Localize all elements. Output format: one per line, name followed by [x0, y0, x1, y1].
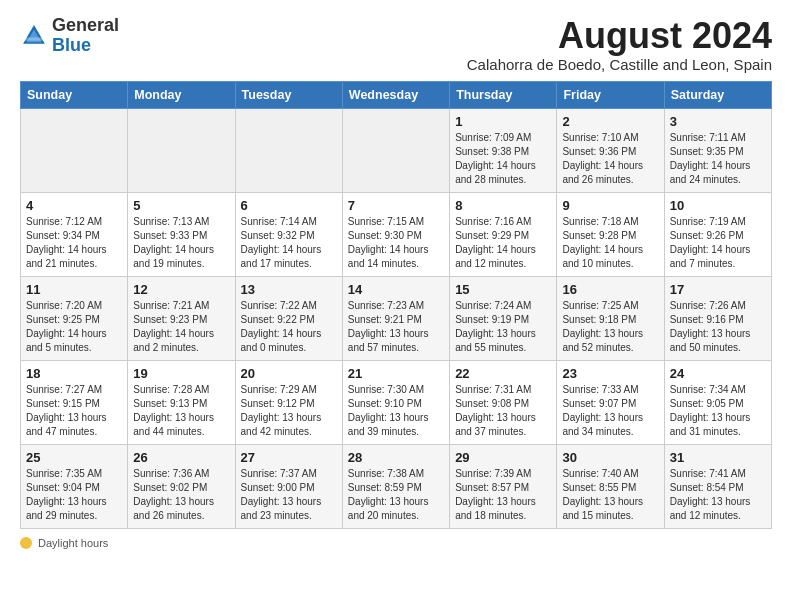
day-info: Sunrise: 7:33 AMSunset: 9:07 PMDaylight:… [562, 383, 658, 439]
day-number: 27 [241, 450, 337, 465]
day-cell: 13Sunrise: 7:22 AMSunset: 9:22 PMDayligh… [235, 276, 342, 360]
logo: General Blue [20, 16, 119, 56]
day-header-sunday: Sunday [21, 81, 128, 108]
day-info: Sunrise: 7:31 AMSunset: 9:08 PMDaylight:… [455, 383, 551, 439]
day-header-wednesday: Wednesday [342, 81, 449, 108]
day-cell: 24Sunrise: 7:34 AMSunset: 9:05 PMDayligh… [664, 360, 771, 444]
logo-text: General Blue [52, 16, 119, 56]
day-cell: 6Sunrise: 7:14 AMSunset: 9:32 PMDaylight… [235, 192, 342, 276]
day-number: 13 [241, 282, 337, 297]
day-cell: 29Sunrise: 7:39 AMSunset: 8:57 PMDayligh… [450, 444, 557, 528]
day-info: Sunrise: 7:40 AMSunset: 8:55 PMDaylight:… [562, 467, 658, 523]
day-number: 4 [26, 198, 122, 213]
day-info: Sunrise: 7:24 AMSunset: 9:19 PMDaylight:… [455, 299, 551, 355]
day-info: Sunrise: 7:29 AMSunset: 9:12 PMDaylight:… [241, 383, 337, 439]
day-number: 12 [133, 282, 229, 297]
week-row-5: 25Sunrise: 7:35 AMSunset: 9:04 PMDayligh… [21, 444, 772, 528]
day-cell: 17Sunrise: 7:26 AMSunset: 9:16 PMDayligh… [664, 276, 771, 360]
day-info: Sunrise: 7:38 AMSunset: 8:59 PMDaylight:… [348, 467, 444, 523]
day-cell: 14Sunrise: 7:23 AMSunset: 9:21 PMDayligh… [342, 276, 449, 360]
day-cell: 31Sunrise: 7:41 AMSunset: 8:54 PMDayligh… [664, 444, 771, 528]
day-header-tuesday: Tuesday [235, 81, 342, 108]
day-cell: 2Sunrise: 7:10 AMSunset: 9:36 PMDaylight… [557, 108, 664, 192]
day-number: 2 [562, 114, 658, 129]
day-cell: 26Sunrise: 7:36 AMSunset: 9:02 PMDayligh… [128, 444, 235, 528]
day-number: 22 [455, 366, 551, 381]
day-number: 15 [455, 282, 551, 297]
day-number: 16 [562, 282, 658, 297]
day-cell: 1Sunrise: 7:09 AMSunset: 9:38 PMDaylight… [450, 108, 557, 192]
week-row-3: 11Sunrise: 7:20 AMSunset: 9:25 PMDayligh… [21, 276, 772, 360]
header: General Blue August 2024 Calahorra de Bo… [20, 16, 772, 73]
logo-icon [20, 22, 48, 50]
day-cell: 10Sunrise: 7:19 AMSunset: 9:26 PMDayligh… [664, 192, 771, 276]
svg-rect-2 [25, 37, 44, 40]
day-cell: 15Sunrise: 7:24 AMSunset: 9:19 PMDayligh… [450, 276, 557, 360]
day-info: Sunrise: 7:16 AMSunset: 9:29 PMDaylight:… [455, 215, 551, 271]
day-info: Sunrise: 7:26 AMSunset: 9:16 PMDaylight:… [670, 299, 766, 355]
day-cell: 21Sunrise: 7:30 AMSunset: 9:10 PMDayligh… [342, 360, 449, 444]
day-cell: 28Sunrise: 7:38 AMSunset: 8:59 PMDayligh… [342, 444, 449, 528]
day-number: 6 [241, 198, 337, 213]
day-cell: 19Sunrise: 7:28 AMSunset: 9:13 PMDayligh… [128, 360, 235, 444]
day-info: Sunrise: 7:23 AMSunset: 9:21 PMDaylight:… [348, 299, 444, 355]
day-header-saturday: Saturday [664, 81, 771, 108]
page: General Blue August 2024 Calahorra de Bo… [0, 0, 792, 559]
week-row-1: 1Sunrise: 7:09 AMSunset: 9:38 PMDaylight… [21, 108, 772, 192]
day-cell: 5Sunrise: 7:13 AMSunset: 9:33 PMDaylight… [128, 192, 235, 276]
day-number: 11 [26, 282, 122, 297]
day-number: 1 [455, 114, 551, 129]
day-info: Sunrise: 7:34 AMSunset: 9:05 PMDaylight:… [670, 383, 766, 439]
day-number: 3 [670, 114, 766, 129]
calendar-table: SundayMondayTuesdayWednesdayThursdayFrid… [20, 81, 772, 529]
day-info: Sunrise: 7:36 AMSunset: 9:02 PMDaylight:… [133, 467, 229, 523]
day-cell: 18Sunrise: 7:27 AMSunset: 9:15 PMDayligh… [21, 360, 128, 444]
footer: Daylight hours [20, 537, 772, 549]
day-header-friday: Friday [557, 81, 664, 108]
day-number: 5 [133, 198, 229, 213]
day-info: Sunrise: 7:30 AMSunset: 9:10 PMDaylight:… [348, 383, 444, 439]
day-cell: 9Sunrise: 7:18 AMSunset: 9:28 PMDaylight… [557, 192, 664, 276]
day-info: Sunrise: 7:11 AMSunset: 9:35 PMDaylight:… [670, 131, 766, 187]
day-info: Sunrise: 7:19 AMSunset: 9:26 PMDaylight:… [670, 215, 766, 271]
day-cell: 8Sunrise: 7:16 AMSunset: 9:29 PMDaylight… [450, 192, 557, 276]
day-header-monday: Monday [128, 81, 235, 108]
footer-label: Daylight hours [38, 537, 108, 549]
day-number: 8 [455, 198, 551, 213]
day-number: 9 [562, 198, 658, 213]
day-info: Sunrise: 7:20 AMSunset: 9:25 PMDaylight:… [26, 299, 122, 355]
day-cell: 7Sunrise: 7:15 AMSunset: 9:30 PMDaylight… [342, 192, 449, 276]
day-cell: 12Sunrise: 7:21 AMSunset: 9:23 PMDayligh… [128, 276, 235, 360]
day-cell [342, 108, 449, 192]
day-header-thursday: Thursday [450, 81, 557, 108]
day-cell: 4Sunrise: 7:12 AMSunset: 9:34 PMDaylight… [21, 192, 128, 276]
calendar-body: 1Sunrise: 7:09 AMSunset: 9:38 PMDaylight… [21, 108, 772, 528]
day-cell: 16Sunrise: 7:25 AMSunset: 9:18 PMDayligh… [557, 276, 664, 360]
day-info: Sunrise: 7:41 AMSunset: 8:54 PMDaylight:… [670, 467, 766, 523]
day-info: Sunrise: 7:10 AMSunset: 9:36 PMDaylight:… [562, 131, 658, 187]
day-number: 23 [562, 366, 658, 381]
day-cell [21, 108, 128, 192]
day-info: Sunrise: 7:28 AMSunset: 9:13 PMDaylight:… [133, 383, 229, 439]
day-cell: 20Sunrise: 7:29 AMSunset: 9:12 PMDayligh… [235, 360, 342, 444]
day-cell: 30Sunrise: 7:40 AMSunset: 8:55 PMDayligh… [557, 444, 664, 528]
subtitle: Calahorra de Boedo, Castille and Leon, S… [467, 56, 772, 73]
day-info: Sunrise: 7:09 AMSunset: 9:38 PMDaylight:… [455, 131, 551, 187]
main-title: August 2024 [467, 16, 772, 56]
day-info: Sunrise: 7:21 AMSunset: 9:23 PMDaylight:… [133, 299, 229, 355]
day-cell: 3Sunrise: 7:11 AMSunset: 9:35 PMDaylight… [664, 108, 771, 192]
logo-general: General [52, 15, 119, 35]
week-row-4: 18Sunrise: 7:27 AMSunset: 9:15 PMDayligh… [21, 360, 772, 444]
day-cell: 23Sunrise: 7:33 AMSunset: 9:07 PMDayligh… [557, 360, 664, 444]
day-info: Sunrise: 7:13 AMSunset: 9:33 PMDaylight:… [133, 215, 229, 271]
day-cell: 25Sunrise: 7:35 AMSunset: 9:04 PMDayligh… [21, 444, 128, 528]
day-number: 25 [26, 450, 122, 465]
day-cell: 27Sunrise: 7:37 AMSunset: 9:00 PMDayligh… [235, 444, 342, 528]
logo-blue: Blue [52, 35, 91, 55]
day-number: 17 [670, 282, 766, 297]
day-number: 14 [348, 282, 444, 297]
header-row: SundayMondayTuesdayWednesdayThursdayFrid… [21, 81, 772, 108]
day-number: 21 [348, 366, 444, 381]
day-number: 7 [348, 198, 444, 213]
day-number: 26 [133, 450, 229, 465]
